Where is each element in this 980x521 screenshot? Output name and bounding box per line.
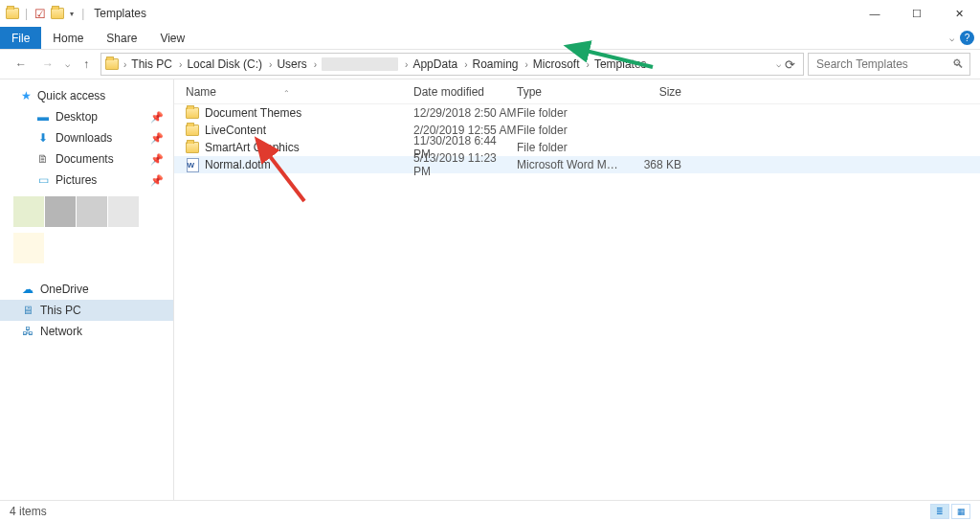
crumb-microsoft[interactable]: Microsoft [533, 57, 580, 71]
ribbon-expand-icon[interactable]: ⌵ [949, 34, 954, 43]
thumb[interactable] [13, 233, 44, 263]
sidebar-label: Network [40, 325, 82, 338]
file-name: Document Themes [205, 106, 301, 120]
pictures-icon: ▭ [36, 173, 50, 187]
search-icon[interactable]: 🔍︎ [952, 57, 964, 71]
forward-button[interactable]: → [36, 53, 59, 76]
file-type: File folder [517, 141, 624, 154]
file-name: SmartArt Graphics [205, 141, 300, 154]
chevron-right-icon[interactable]: › [266, 59, 275, 70]
crumb-appdata[interactable]: AppData [412, 57, 457, 71]
up-button[interactable]: ↑ [76, 54, 97, 75]
chevron-right-icon[interactable]: › [584, 59, 592, 70]
chevron-right-icon[interactable]: › [523, 59, 531, 70]
sidebar-onedrive[interactable]: ☁ OneDrive [0, 279, 173, 300]
sidebar-item-documents[interactable]: 🗎 Documents 📌 [0, 148, 173, 170]
tab-share[interactable]: Share [95, 27, 148, 49]
recent-thumbnails [0, 233, 173, 269]
word-icon [186, 158, 199, 171]
close-button[interactable]: ✕ [938, 0, 980, 27]
col-name[interactable]: Name [186, 85, 216, 99]
thumbnails-view-button[interactable]: ▦ [951, 504, 970, 519]
refresh-icon[interactable]: ⟳ [785, 57, 795, 72]
sort-indicator-icon: ⌃ [283, 89, 290, 98]
separator: | [79, 7, 86, 20]
details-view-button[interactable]: ≣ [930, 504, 949, 519]
sidebar-item-label: Downloads [56, 131, 112, 145]
folder-icon [186, 106, 199, 120]
tab-file[interactable]: File [0, 27, 41, 49]
content-pane: Name⌃ Date modified Type Size Document T… [174, 79, 980, 500]
sidebar-network[interactable]: 🖧 Network [0, 321, 173, 342]
chevron-right-icon[interactable]: › [176, 59, 185, 70]
file-date: 12/29/2018 2:50 AM [413, 106, 517, 120]
chevron-right-icon[interactable]: › [311, 59, 320, 70]
folder-icon [51, 7, 64, 20]
addr-dropdown-icon[interactable]: ⌵ [774, 59, 783, 69]
star-icon: ★ [21, 89, 32, 102]
check-icon[interactable]: ☑ [33, 7, 47, 20]
pc-icon: 🖥 [21, 304, 34, 317]
table-row[interactable]: Document Themes 12/29/2018 2:50 AM File … [174, 104, 980, 122]
col-size[interactable]: Size [624, 85, 681, 99]
pin-icon: 📌 [150, 174, 164, 187]
chevron-right-icon[interactable]: › [461, 59, 470, 70]
ribbon: File Home Share View ⌵ ? [0, 27, 980, 50]
file-size: 368 KB [624, 158, 681, 171]
sidebar-item-pictures[interactable]: ▭ Pictures 📌 [0, 170, 173, 191]
folder-icon [186, 141, 199, 154]
file-type: File folder [517, 106, 624, 120]
thumb[interactable] [45, 196, 76, 227]
sidebar-item-downloads[interactable]: ⬇ Downloads 📌 [0, 127, 173, 148]
crumb-roaming[interactable]: Roaming [472, 57, 518, 71]
sidebar-item-label: Pictures [56, 173, 97, 187]
maximize-button[interactable]: ☐ [896, 0, 938, 27]
sidebar-item-label: Documents [56, 152, 114, 166]
col-type[interactable]: Type [517, 85, 624, 99]
back-button[interactable]: ← [10, 53, 33, 76]
qat-dropdown-icon[interactable]: ▾ [68, 10, 76, 18]
help-icon[interactable]: ? [960, 31, 974, 45]
pin-icon: 📌 [150, 111, 164, 124]
recent-thumbnails [0, 191, 173, 233]
chevron-right-icon[interactable]: › [121, 59, 129, 70]
sidebar-label: Quick access [37, 89, 105, 102]
window-title: Templates [94, 7, 146, 20]
table-row[interactable]: SmartArt Graphics 11/30/2018 6:44 PM Fil… [174, 139, 980, 156]
col-date[interactable]: Date modified [413, 85, 517, 99]
title-bar: | ☑ ▾ | Templates — ☐ ✕ [0, 0, 980, 27]
search-input[interactable] [814, 57, 952, 72]
column-headers[interactable]: Name⌃ Date modified Type Size [174, 79, 980, 104]
sidebar-thispc[interactable]: 🖥 This PC [0, 300, 173, 321]
thumb[interactable] [108, 196, 139, 227]
sidebar-quick-access[interactable]: ★ Quick access [0, 85, 173, 106]
address-row: ← → ⌵ ↑ ›This PC ›Local Disk (C:) ›Users… [0, 50, 980, 79]
file-type: File folder [517, 124, 624, 137]
minimize-button[interactable]: — [854, 0, 896, 27]
crumb-thispc[interactable]: This PC [131, 57, 172, 71]
chevron-right-icon[interactable]: › [402, 59, 411, 70]
separator: | [23, 7, 30, 20]
crumb-drive[interactable]: Local Disk (C:) [187, 57, 262, 71]
sidebar-item-desktop[interactable]: ▬ Desktop 📌 [0, 106, 173, 127]
address-bar[interactable]: ›This PC ›Local Disk (C:) ›Users ›hidden… [100, 53, 804, 76]
file-name: Normal.dotm [205, 158, 271, 171]
file-type: Microsoft Word Macr... [517, 158, 624, 171]
search-box[interactable]: 🔍︎ [808, 53, 970, 76]
file-date: 5/13/2019 11:23 PM [413, 151, 517, 178]
sidebar-label: This PC [40, 304, 81, 317]
tab-home[interactable]: Home [41, 27, 95, 49]
table-row[interactable]: Normal.dotm 5/13/2019 11:23 PM Microsoft… [174, 156, 980, 173]
tab-view[interactable]: View [148, 27, 196, 49]
crumb-user-masked[interactable]: hidden [322, 57, 398, 71]
table-row[interactable]: LiveContent 2/20/2019 12:55 AM File fold… [174, 122, 980, 139]
thumb[interactable] [77, 196, 107, 227]
crumb-templates[interactable]: Templates [594, 57, 647, 71]
sidebar-label: OneDrive [40, 283, 89, 296]
sidebar: ★ Quick access ▬ Desktop 📌 ⬇ Downloads 📌… [0, 79, 174, 500]
desktop-icon: ▬ [36, 110, 50, 124]
file-name: LiveContent [205, 124, 266, 137]
history-dropdown-icon[interactable]: ⌵ [63, 59, 72, 69]
thumb[interactable] [13, 196, 44, 227]
crumb-users[interactable]: Users [277, 57, 306, 71]
